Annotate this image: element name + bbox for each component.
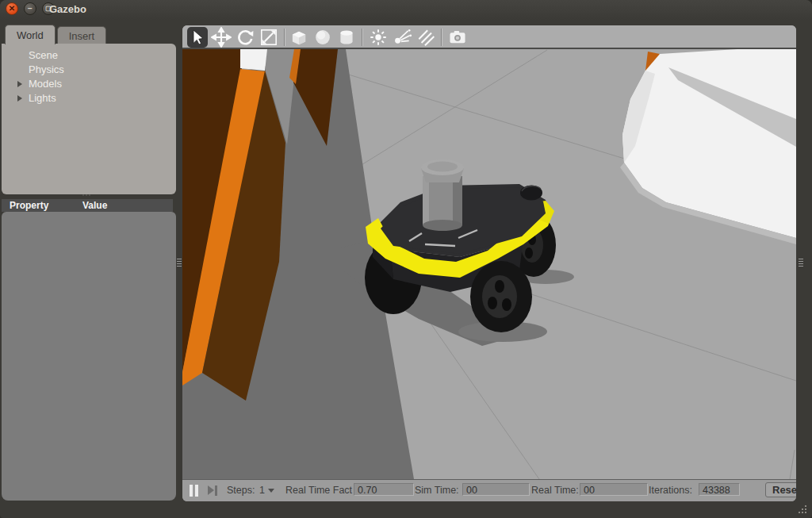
select-tool-button[interactable] xyxy=(187,27,208,48)
world-tree-panel: Scene Physics Models Lights xyxy=(2,44,176,194)
camera-icon xyxy=(447,27,468,48)
rtf-label: Real Time Fact xyxy=(285,485,352,496)
screenshot-button[interactable] xyxy=(447,27,468,48)
left-splitter[interactable] xyxy=(176,20,182,501)
sim-time-label: Sim Time: xyxy=(415,485,459,496)
sphere-icon xyxy=(312,27,333,48)
title-bar[interactable]: ✕ − ▢ Gazebo xyxy=(0,0,812,20)
barrier-top-face xyxy=(240,49,267,71)
value-column-header: Value xyxy=(82,199,107,212)
tab-insert[interactable]: Insert xyxy=(57,26,107,44)
tree-item-models[interactable]: Models xyxy=(2,78,176,90)
property-table-header: Property Value xyxy=(2,199,173,212)
select-arrow-icon xyxy=(187,27,208,48)
window-title: Gazebo xyxy=(49,3,86,15)
expand-arrow-icon xyxy=(17,95,22,102)
insert-box-button[interactable] xyxy=(289,27,309,48)
caret-down-icon xyxy=(268,489,274,493)
rtf-value: 0.70 xyxy=(354,483,414,496)
minimize-icon: − xyxy=(25,3,36,14)
steps-label: Steps: xyxy=(227,485,255,496)
viewport-toolbar xyxy=(182,25,796,49)
tree-item-scene[interactable]: Scene xyxy=(2,49,176,62)
step-icon xyxy=(208,485,214,495)
iterations-value: 43388 xyxy=(699,483,740,496)
iterations-label: Iterations: xyxy=(649,485,692,496)
property-table-body[interactable] xyxy=(2,212,176,501)
real-time-value: 00 00:00:51.80 xyxy=(580,483,648,496)
tab-world[interactable]: World xyxy=(5,25,56,44)
3d-scene-canvas[interactable] xyxy=(182,49,796,479)
panel-splitter-handle[interactable] xyxy=(82,194,94,198)
rotate-tool-button[interactable] xyxy=(235,27,255,48)
expand-arrow-icon xyxy=(17,81,22,87)
spot-light-icon xyxy=(392,27,412,48)
right-splitter[interactable] xyxy=(798,20,804,501)
pause-button[interactable] xyxy=(189,485,200,497)
cylinder-icon xyxy=(336,27,357,48)
gazebo-window: ✕ − ▢ Gazebo World Insert Scene Physics … xyxy=(0,0,812,518)
minimize-button[interactable]: − xyxy=(24,2,36,15)
toolbar-separator xyxy=(441,29,442,46)
step-button[interactable] xyxy=(208,485,219,496)
point-light-button[interactable] xyxy=(368,27,389,48)
spot-light-button[interactable] xyxy=(392,27,412,48)
toolbar-separator xyxy=(362,29,363,46)
scale-icon xyxy=(259,27,279,48)
translate-tool-button[interactable] xyxy=(211,27,232,48)
toolbar-separator xyxy=(284,29,285,46)
real-time-label: Real Time: xyxy=(531,485,579,496)
scale-tool-button[interactable] xyxy=(259,27,279,48)
insert-cylinder-button[interactable] xyxy=(336,27,357,48)
window-resize-grip[interactable] xyxy=(797,504,808,515)
sidebar-tabs: World Insert xyxy=(5,25,106,44)
insert-sphere-button[interactable] xyxy=(312,27,333,48)
render-viewport: Steps: 1 Real Time Fact 0.70 Sim Time: 0… xyxy=(182,25,796,501)
sim-time-value: 00 00:26:00.73 xyxy=(462,483,530,496)
directional-light-button[interactable] xyxy=(416,27,436,48)
translate-icon xyxy=(211,27,232,48)
simulation-status-bar: Steps: 1 Real Time Fact 0.70 Sim Time: 0… xyxy=(182,479,796,501)
close-icon: ✕ xyxy=(6,3,17,14)
tree-item-physics[interactable]: Physics xyxy=(2,63,176,76)
close-button[interactable]: ✕ xyxy=(6,2,18,15)
tree-item-lights[interactable]: Lights xyxy=(2,92,176,105)
lidar-sensor xyxy=(421,159,464,231)
point-light-icon xyxy=(368,27,389,48)
directional-light-icon xyxy=(416,27,436,48)
steps-spinner[interactable]: 1 xyxy=(259,485,274,496)
rotate-icon xyxy=(235,27,255,48)
reset-button[interactable]: Reset xyxy=(765,482,796,497)
box-icon xyxy=(289,27,309,48)
property-column-header: Property xyxy=(10,199,48,212)
